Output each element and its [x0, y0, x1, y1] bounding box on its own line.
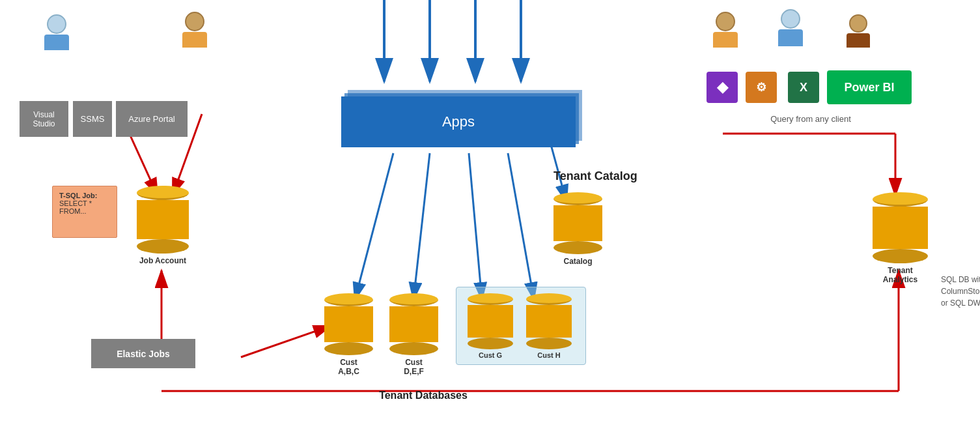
- apps-main: Apps: [341, 96, 576, 147]
- query-label: Query from any client: [707, 114, 915, 124]
- azure-portal-box: Azure Portal: [116, 101, 188, 137]
- vs-client-icon: ◆: [707, 72, 738, 103]
- tenant-catalog-heading: Tenant Catalog: [553, 169, 637, 183]
- person-developer: [44, 14, 69, 50]
- person-client2: [778, 9, 803, 46]
- architecture-diagram: Visual Studio SSMS Azure Portal T-SQL Jo…: [0, 0, 980, 436]
- svg-line-9: [469, 153, 482, 300]
- cust-g-db: Cust G: [468, 293, 513, 359]
- person-client1: [713, 12, 738, 48]
- catalog-db: Catalog: [553, 192, 602, 266]
- tools-client-icon: ⚙: [746, 72, 777, 103]
- person-analyst: [182, 12, 207, 48]
- elastic-jobs-box: Elastic Jobs: [91, 339, 195, 368]
- ssms-box: SSMS: [73, 101, 112, 137]
- person-client3: [847, 14, 870, 48]
- tsql-job-box: T-SQL Job: SELECT * FROM...: [52, 186, 117, 238]
- tenant-databases-label: Tenant Databases: [358, 390, 488, 401]
- tenant-analytics-db: Tenant Analytics: [873, 192, 928, 284]
- powerbi-button[interactable]: Power BI: [827, 70, 912, 104]
- cust-def-db: CustD,E,F: [389, 293, 438, 376]
- svg-line-10: [508, 153, 534, 300]
- job-account-label: Job Account: [139, 256, 186, 265]
- catalog-label: Catalog: [563, 257, 592, 266]
- cust-h-db: Cust H: [526, 293, 572, 359]
- excel-client-icon: X: [788, 72, 819, 103]
- sql-db-label: SQL DB with ColumnStore or SQL DW: [941, 274, 980, 309]
- visual-studio-box: Visual Studio: [20, 101, 68, 137]
- svg-line-15: [241, 326, 331, 357]
- cust-abc-db: CustA,B,C: [324, 293, 373, 376]
- svg-line-8: [413, 153, 430, 300]
- tenant-analytics-label: Tenant Analytics: [873, 266, 928, 284]
- job-account-db: Job Account: [137, 186, 189, 265]
- svg-line-7: [355, 153, 393, 300]
